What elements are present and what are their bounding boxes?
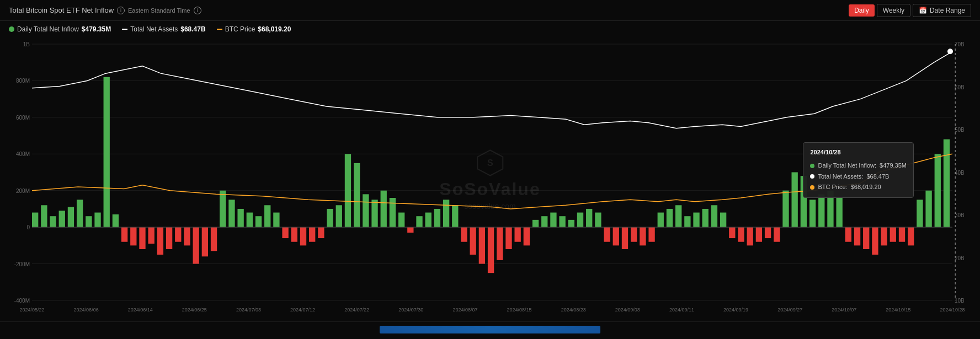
legend-value-assets: $68.47B (180, 25, 205, 33)
weekly-button[interactable]: Weekly (877, 4, 910, 17)
legend: Daily Total Net Inflow $479.35M Total Ne… (0, 21, 980, 37)
bottom-bar (0, 321, 980, 333)
header: Total Bitcoin Spot ETF Net Inflow i East… (0, 0, 980, 21)
timezone-label: Eastern Standard Time (128, 7, 190, 14)
info-icon-title[interactable]: i (117, 7, 125, 14)
legend-line-white (122, 29, 127, 30)
legend-label-assets: Total Net Assets (130, 25, 178, 33)
controls: Daily Weekly 📅 Date Range (849, 4, 971, 17)
info-icon-timezone[interactable]: i (194, 7, 201, 14)
legend-line-orange (217, 29, 222, 30)
legend-item-assets: Total Net Assets $68.47B (122, 25, 205, 33)
main-chart (0, 37, 980, 321)
daterange-button[interactable]: 📅 Date Range (913, 4, 971, 17)
legend-label-btc: BTC Price (225, 25, 255, 33)
legend-dot-green (9, 26, 14, 32)
bottom-bar-fill (380, 326, 600, 333)
legend-label-inflow: Daily Total Net Inflow (17, 25, 79, 33)
legend-value-inflow: $479.35M (82, 25, 111, 33)
calendar-icon: 📅 (919, 7, 927, 14)
legend-value-btc: $68,019.20 (258, 25, 291, 33)
legend-item-inflow: Daily Total Net Inflow $479.35M (9, 25, 111, 33)
page-title: Total Bitcoin Spot ETF Net Inflow i East… (9, 6, 201, 14)
chart-area: S SoSoValue sosovalue.com 2024/10/28 Dai… (0, 37, 980, 321)
legend-item-btc: BTC Price $68,019.20 (217, 25, 291, 33)
daily-button[interactable]: Daily (849, 4, 875, 17)
